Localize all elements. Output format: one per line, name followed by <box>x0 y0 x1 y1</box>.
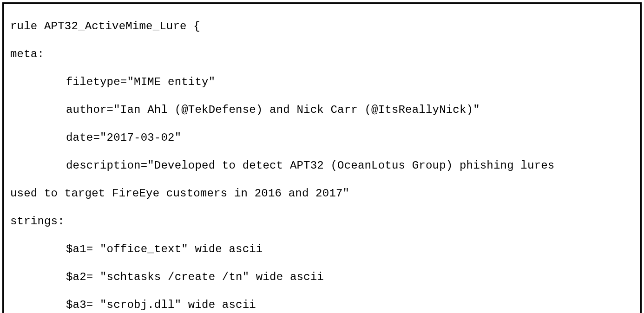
meta-section-label: meta: <box>10 47 634 61</box>
strings-section-label: strings: <box>10 215 634 228</box>
string-a1: $a1= "office_text" wide ascii <box>10 242 634 256</box>
yara-rule-code-block: rule APT32_ActiveMime_Lure { meta: filet… <box>2 2 642 313</box>
string-a2: $a2= "schtasks /create /tn" wide ascii <box>10 270 634 284</box>
meta-author: author="Ian Ahl (@TekDefense) and Nick C… <box>10 103 634 117</box>
rule-header: rule APT32_ActiveMime_Lure { <box>10 20 634 33</box>
string-a3: $a3= "scrobj.dll" wide ascii <box>10 298 634 312</box>
meta-description-line2: used to target FireEye customers in 2016… <box>10 187 634 201</box>
meta-filetype: filetype="MIME entity" <box>10 75 634 89</box>
meta-description-line1: description="Developed to detect APT32 (… <box>10 159 634 173</box>
meta-date: date="2017-03-02" <box>10 131 634 145</box>
